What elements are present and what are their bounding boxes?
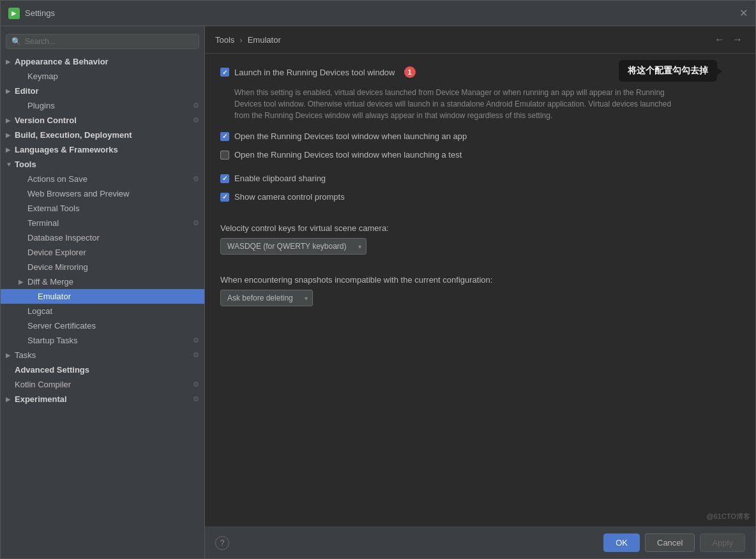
sidebar-item-plugins[interactable]: Plugins ⚙ bbox=[1, 98, 204, 113]
sidebar-item-diff-merge[interactable]: ▶ Diff & Merge bbox=[1, 274, 204, 289]
sidebar-item-label: Experimental bbox=[15, 394, 193, 404]
search-input[interactable] bbox=[25, 37, 193, 46]
sidebar-item-label: Web Browsers and Preview bbox=[27, 189, 199, 198]
checkbox-label-clipboard: Enable clipboard sharing bbox=[234, 174, 326, 183]
chevron-right-icon: ▶ bbox=[19, 278, 27, 285]
tooltip-box: 将这个配置勾勾去掉 bbox=[619, 60, 717, 82]
search-box[interactable]: 🔍 bbox=[6, 34, 199, 49]
settings-body: 将这个配置勾勾去掉 Launch in the Running Devices … bbox=[205, 54, 755, 526]
footer: ? OK Cancel Apply bbox=[205, 526, 755, 558]
badge-1: 1 bbox=[404, 66, 416, 78]
sidebar-item-label: Actions on Save bbox=[27, 174, 193, 184]
breadcrumb-header: Tools › Emulator ← → bbox=[205, 26, 755, 54]
sidebar-item-languages[interactable]: ▶ Languages & Frameworks bbox=[1, 142, 204, 157]
sidebar-item-keymap[interactable]: Keymap bbox=[1, 69, 204, 84]
sidebar-item-label: Advanced Settings bbox=[15, 365, 199, 375]
sidebar-item-label: Device Mirroring bbox=[27, 262, 199, 272]
window-title: Settings bbox=[25, 8, 739, 18]
velocity-dropdown-wrap: WASDQE (for QWERTY keyboard) IJKLUO (for… bbox=[220, 238, 367, 255]
sidebar: 🔍 ▶ Appearance & Behavior Keymap ▶ Edito… bbox=[1, 26, 205, 558]
snapshot-dropdown[interactable]: Ask before deleting Always delete Never … bbox=[220, 290, 313, 306]
chevron-down-icon: ▼ bbox=[6, 161, 15, 168]
sidebar-item-label: Build, Execution, Deployment bbox=[15, 130, 199, 140]
checkbox-label-open-test: Open the Running Devices tool window whe… bbox=[234, 150, 462, 160]
settings-icon: ⚙ bbox=[193, 175, 199, 183]
settings-icon: ⚙ bbox=[193, 219, 199, 227]
nav-arrows: ← → bbox=[712, 33, 745, 47]
sidebar-item-label: Appearance & Behavior bbox=[15, 57, 199, 66]
velocity-dropdown[interactable]: WASDQE (for QWERTY keyboard) IJKLUO (for… bbox=[220, 238, 367, 255]
main-panel: Tools › Emulator ← → 将这个配置勾勾去掉 bbox=[205, 26, 755, 558]
setting-row-camera: Show camera control prompts bbox=[220, 192, 740, 202]
app-icon: ▶ bbox=[8, 8, 20, 19]
chevron-right-icon: ▶ bbox=[6, 117, 15, 124]
watermark: @61CTO博客 bbox=[707, 512, 750, 521]
setting-row-open-app: Open the Running Devices tool window whe… bbox=[220, 131, 740, 141]
breadcrumb-separator: › bbox=[239, 35, 242, 45]
sidebar-item-label: Server Certificates bbox=[27, 321, 199, 331]
chevron-right-icon: ▶ bbox=[6, 146, 15, 153]
cancel-button[interactable]: Cancel bbox=[645, 533, 695, 552]
close-button[interactable]: ✕ bbox=[739, 7, 748, 19]
sidebar-item-label: Tasks bbox=[15, 350, 193, 360]
sidebar-item-emulator[interactable]: Emulator bbox=[1, 289, 204, 304]
sidebar-item-kotlin-compiler[interactable]: Kotlin Compiler ⚙ bbox=[1, 377, 204, 392]
checkbox-camera[interactable] bbox=[220, 193, 229, 202]
tooltip-arrow bbox=[716, 67, 722, 76]
setting-row-open-test: Open the Running Devices tool window whe… bbox=[220, 150, 740, 160]
apply-button[interactable]: Apply bbox=[700, 533, 745, 552]
checkbox-label-launch: Launch in the Running Devices tool windo… bbox=[234, 68, 395, 77]
settings-icon: ⚙ bbox=[193, 351, 199, 359]
sidebar-item-advanced-settings[interactable]: Advanced Settings bbox=[1, 362, 204, 377]
sidebar-item-database-inspector[interactable]: Database Inspector bbox=[1, 230, 204, 245]
velocity-label: Velocity control keys for virtual scene … bbox=[220, 223, 740, 233]
settings-icon: ⚙ bbox=[193, 336, 199, 345]
sidebar-item-label: Languages & Frameworks bbox=[15, 145, 199, 154]
search-icon: 🔍 bbox=[11, 37, 21, 46]
sidebar-item-label: Editor bbox=[15, 86, 199, 96]
sidebar-item-web-browsers[interactable]: Web Browsers and Preview bbox=[1, 186, 204, 201]
settings-window: ▶ Settings ✕ 🔍 ▶ Appearance & Behavior K… bbox=[0, 0, 756, 559]
sidebar-item-tools[interactable]: ▼ Tools bbox=[1, 157, 204, 172]
settings-icon: ⚙ bbox=[193, 380, 199, 389]
sidebar-item-version-control[interactable]: ▶ Version Control ⚙ bbox=[1, 113, 204, 128]
sidebar-item-logcat[interactable]: Logcat bbox=[1, 304, 204, 318]
sidebar-item-terminal[interactable]: Terminal ⚙ bbox=[1, 216, 204, 230]
breadcrumb-current: Emulator bbox=[248, 35, 281, 45]
sidebar-item-label: Terminal bbox=[27, 218, 193, 228]
ok-button[interactable]: OK bbox=[603, 533, 640, 552]
snapshot-dropdown-wrap: Ask before deleting Always delete Never … bbox=[220, 290, 313, 306]
title-bar: ▶ Settings ✕ bbox=[1, 1, 755, 26]
chevron-right-icon: ▶ bbox=[6, 87, 15, 94]
sidebar-item-server-certificates[interactable]: Server Certificates bbox=[1, 318, 204, 333]
sidebar-item-startup-tasks[interactable]: Startup Tasks ⚙ bbox=[1, 333, 204, 348]
checkbox-open-app[interactable] bbox=[220, 132, 229, 141]
checkbox-open-test[interactable] bbox=[220, 151, 229, 160]
sidebar-item-device-mirroring[interactable]: Device Mirroring bbox=[1, 260, 204, 274]
description-launch: When this setting is enabled, virtual de… bbox=[234, 87, 681, 121]
back-button[interactable]: ← bbox=[712, 33, 727, 47]
sidebar-item-appearance[interactable]: ▶ Appearance & Behavior bbox=[1, 54, 204, 69]
tooltip-text: 将这个配置勾勾去掉 bbox=[628, 65, 708, 75]
sidebar-item-label: External Tools bbox=[27, 204, 199, 213]
main-content: 🔍 ▶ Appearance & Behavior Keymap ▶ Edito… bbox=[1, 26, 755, 558]
sidebar-item-device-explorer[interactable]: Device Explorer bbox=[1, 245, 204, 260]
sidebar-item-label: Diff & Merge bbox=[27, 277, 199, 287]
sidebar-item-experimental[interactable]: ▶ Experimental ⚙ bbox=[1, 392, 204, 406]
sidebar-item-tasks[interactable]: ▶ Tasks ⚙ bbox=[1, 348, 204, 362]
settings-icon: ⚙ bbox=[193, 101, 199, 110]
sidebar-item-actions-on-save[interactable]: Actions on Save ⚙ bbox=[1, 172, 204, 186]
sidebar-item-external-tools[interactable]: External Tools bbox=[1, 201, 204, 216]
sidebar-item-label: Startup Tasks bbox=[27, 336, 193, 345]
checkbox-clipboard[interactable] bbox=[220, 174, 229, 183]
forward-button[interactable]: → bbox=[730, 33, 745, 47]
breadcrumb-parent: Tools bbox=[215, 35, 234, 45]
snapshot-label: When encountering snapshots incompatible… bbox=[220, 275, 740, 285]
question-mark-icon: ? bbox=[220, 539, 225, 548]
sidebar-item-build[interactable]: ▶ Build, Execution, Deployment bbox=[1, 128, 204, 142]
sidebar-item-editor[interactable]: ▶ Editor bbox=[1, 84, 204, 98]
sidebar-item-label: Device Explorer bbox=[27, 248, 199, 257]
checkbox-launch[interactable] bbox=[220, 68, 229, 77]
sidebar-item-label: Version Control bbox=[15, 116, 193, 125]
help-button[interactable]: ? bbox=[215, 536, 229, 550]
